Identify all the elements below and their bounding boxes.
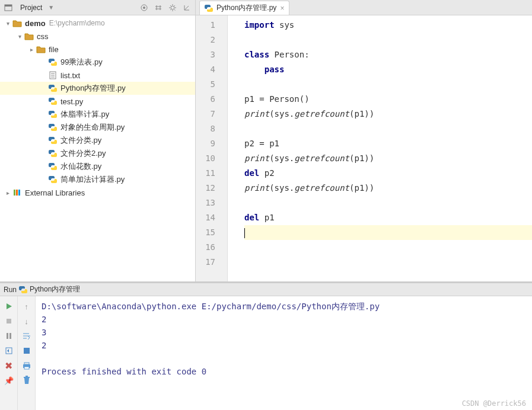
code-line[interactable] bbox=[244, 77, 532, 92]
code-line[interactable]: print(sys.getrefcount(p1)) bbox=[244, 181, 532, 196]
tree-root[interactable]: ▾ demo E:\pycharm\demo bbox=[0, 17, 195, 30]
chevron-right-icon[interactable]: ▸ bbox=[27, 46, 36, 53]
tree-file[interactable]: Python内存管理.py bbox=[0, 82, 195, 95]
python-file-icon bbox=[19, 286, 27, 294]
text-file-icon bbox=[47, 70, 58, 81]
tree-file-label: 99乘法表.py bbox=[60, 57, 103, 68]
console-line: 3 bbox=[42, 326, 526, 339]
chevron-down-icon[interactable]: ▾ bbox=[4, 20, 12, 27]
code-line[interactable]: del p2 bbox=[244, 166, 532, 181]
svg-rect-15 bbox=[24, 363, 29, 364]
run-tool-window: Run Python内存管理 ✖ 📌 ↑ ↓ D:\software\Anaco… bbox=[0, 281, 532, 410]
svg-rect-18 bbox=[26, 376, 28, 377]
run-title: Run bbox=[4, 286, 17, 294]
python-file-icon bbox=[47, 109, 58, 120]
tree-file[interactable]: 简单加法计算器.py bbox=[0, 173, 195, 186]
editor-area: Python内存管理.py × 123456789101112131415161… bbox=[196, 0, 532, 281]
chevron-right-icon[interactable]: ▸ bbox=[4, 190, 12, 196]
tree-folder-css[interactable]: ▾ css bbox=[0, 30, 195, 43]
console-line: D:\software\Anaconda\python.exe E:/pycha… bbox=[42, 300, 526, 313]
svg-point-4 bbox=[171, 6, 174, 9]
pin-button[interactable]: 📌 bbox=[2, 373, 16, 387]
dropdown-icon[interactable]: ▼ bbox=[48, 4, 54, 11]
editor-code[interactable]: import sysclass Person: passp1 = Person(… bbox=[228, 15, 532, 281]
editor-tab[interactable]: Python内存管理.py × bbox=[199, 1, 289, 15]
run-config-name: Python内存管理 bbox=[30, 284, 80, 294]
tree-file[interactable]: test.py bbox=[0, 95, 195, 108]
watermark: CSDN @Derrick56 bbox=[462, 399, 526, 408]
tree-file[interactable]: 文件分类2.py bbox=[0, 147, 195, 160]
tree-file[interactable]: 对象的生命周期.py bbox=[0, 121, 195, 134]
tree-external-libraries[interactable]: ▸ External Libraries bbox=[0, 186, 195, 199]
console-line: Process finished with exit code 0 bbox=[42, 365, 526, 378]
python-file-icon bbox=[47, 174, 58, 185]
svg-rect-11 bbox=[9, 333, 11, 339]
tree-file[interactable]: 99乘法表.py bbox=[0, 56, 195, 69]
print-button[interactable] bbox=[20, 358, 34, 373]
code-line[interactable] bbox=[244, 225, 532, 240]
folder-icon bbox=[12, 18, 23, 28]
tree-file[interactable]: 文件分类.py bbox=[0, 134, 195, 147]
restart-button[interactable] bbox=[2, 344, 16, 358]
trash-button[interactable] bbox=[20, 373, 34, 387]
code-line[interactable]: class Person: bbox=[244, 47, 532, 62]
tree-file-label: 文件分类2.py bbox=[60, 148, 106, 159]
down-button[interactable]: ↓ bbox=[20, 314, 34, 328]
pause-button[interactable] bbox=[2, 329, 16, 343]
folder-icon bbox=[24, 31, 34, 41]
code-line[interactable] bbox=[244, 255, 532, 270]
run-toolbar-right: ↑ ↓ bbox=[18, 296, 36, 410]
up-button[interactable]: ↑ bbox=[20, 299, 34, 313]
tree-folder-label: css bbox=[37, 32, 49, 41]
project-tree: ▾ demo E:\pycharm\demo ▾ css ▸ file 99乘法… bbox=[0, 15, 195, 281]
tree-file[interactable]: 体脂率计算.py bbox=[0, 108, 195, 121]
svg-rect-17 bbox=[24, 377, 30, 378]
code-line[interactable] bbox=[244, 33, 532, 47]
tree-file[interactable]: list.txt bbox=[0, 69, 195, 82]
project-panel-title: Project bbox=[17, 2, 46, 13]
gear-icon[interactable] bbox=[167, 2, 179, 14]
python-file-icon bbox=[47, 161, 58, 172]
code-line[interactable]: import sys bbox=[244, 18, 532, 33]
python-file-icon bbox=[47, 135, 58, 146]
tree-external-label: External Libraries bbox=[25, 188, 85, 197]
code-editor[interactable]: 1234567891011121314151617 import sysclas… bbox=[196, 15, 532, 281]
project-panel-header: Project ▼ bbox=[0, 0, 195, 15]
code-line[interactable]: del p1 bbox=[244, 210, 532, 225]
run-console[interactable]: D:\software\Anaconda\python.exe E:/pycha… bbox=[36, 296, 532, 410]
code-line[interactable]: print(sys.getrefcount(p1)) bbox=[244, 107, 532, 121]
hide-icon[interactable] bbox=[181, 2, 193, 14]
code-line[interactable] bbox=[244, 121, 532, 136]
close-icon[interactable]: × bbox=[280, 4, 284, 12]
tree-file[interactable]: 水仙花数.py bbox=[0, 160, 195, 173]
close-button[interactable]: ✖ bbox=[2, 358, 16, 373]
tree-file-label: 简单加法计算器.py bbox=[60, 174, 125, 185]
chevron-down-icon[interactable]: ▾ bbox=[15, 33, 24, 40]
python-file-icon bbox=[47, 57, 58, 68]
code-line[interactable] bbox=[244, 240, 532, 255]
svg-rect-10 bbox=[7, 333, 8, 339]
tree-file-label: Python内存管理.py bbox=[60, 83, 126, 94]
python-file-icon bbox=[47, 96, 58, 107]
editor-tab-label: Python内存管理.py bbox=[216, 3, 276, 13]
expand-icon[interactable] bbox=[152, 2, 164, 14]
code-line[interactable]: print(sys.getrefcount(p1)) bbox=[244, 151, 532, 166]
stop-button[interactable] bbox=[2, 314, 16, 328]
code-line[interactable]: p2 = p1 bbox=[244, 136, 532, 151]
collapse-icon[interactable] bbox=[138, 2, 150, 14]
tree-folder-file[interactable]: ▸ file bbox=[0, 43, 195, 56]
tree-file-label: 体脂率计算.py bbox=[60, 109, 109, 120]
python-file-icon bbox=[47, 122, 58, 133]
code-line[interactable]: pass bbox=[244, 62, 532, 77]
tree-file-label: 文件分类.py bbox=[60, 135, 101, 146]
python-file-icon bbox=[47, 83, 58, 94]
svg-rect-1 bbox=[5, 5, 12, 7]
scroll-end-button[interactable] bbox=[20, 344, 34, 358]
code-line[interactable]: p1 = Person() bbox=[244, 92, 532, 107]
tree-file-label: list.txt bbox=[60, 71, 80, 80]
code-line[interactable] bbox=[244, 196, 532, 210]
soft-wrap-button[interactable] bbox=[20, 329, 34, 343]
project-sidebar: Project ▼ ▾ demo E:\pycharm\demo ▾ css ▸ bbox=[0, 0, 196, 281]
rerun-button[interactable] bbox=[2, 299, 16, 313]
svg-rect-16 bbox=[24, 367, 29, 369]
